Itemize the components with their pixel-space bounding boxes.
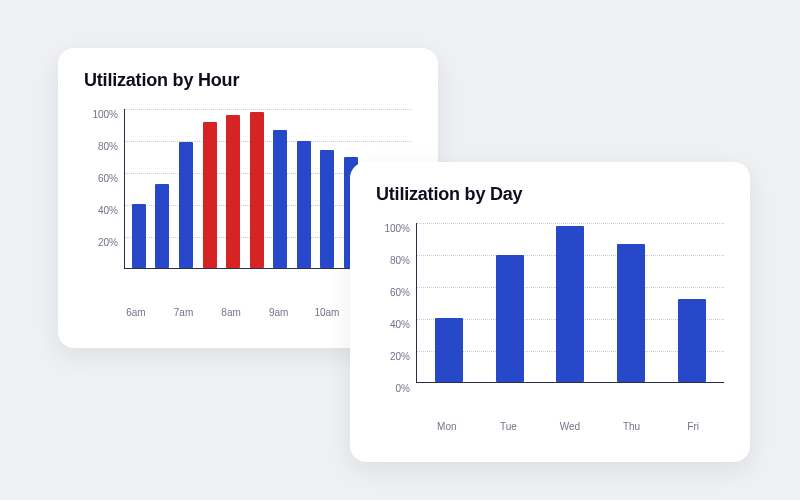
bar (678, 299, 706, 382)
card-title-hour: Utilization by Hour (84, 70, 412, 91)
x-tick-label: 8am (219, 307, 243, 318)
bar (556, 226, 584, 382)
bar (496, 255, 524, 382)
bar (179, 142, 193, 268)
x-axis-day: MonTueWedThuFri (416, 421, 724, 432)
x-tick-label: 10am (314, 307, 339, 318)
x-tick-label: Mon (416, 421, 478, 432)
x-tick-label: Tue (478, 421, 540, 432)
bar (617, 244, 645, 382)
card-title-day: Utilization by Day (376, 184, 724, 205)
x-tick-label: 6am (124, 307, 148, 318)
bar (250, 112, 264, 268)
y-axis-day: 0%20%40%60%80%100% (376, 223, 416, 383)
x-tick-label: Wed (539, 421, 601, 432)
bar (435, 318, 463, 382)
x-tick-label: 7am (172, 307, 196, 318)
plot-area-day (416, 223, 724, 383)
x-tick-label: Fri (662, 421, 724, 432)
bar (203, 122, 217, 268)
bar (273, 130, 287, 268)
bar (320, 150, 334, 268)
bar (132, 204, 146, 268)
chart-day: 0%20%40%60%80%100% (376, 223, 724, 413)
y-axis-hour: 20%40%60%80%100% (84, 109, 124, 269)
bar (297, 141, 311, 268)
x-tick-label: Thu (601, 421, 663, 432)
bar (155, 184, 169, 268)
x-tick-label: 9am (267, 307, 291, 318)
card-utilization-by-day: Utilization by Day 0%20%40%60%80%100% Mo… (350, 162, 750, 462)
bar (226, 115, 240, 268)
